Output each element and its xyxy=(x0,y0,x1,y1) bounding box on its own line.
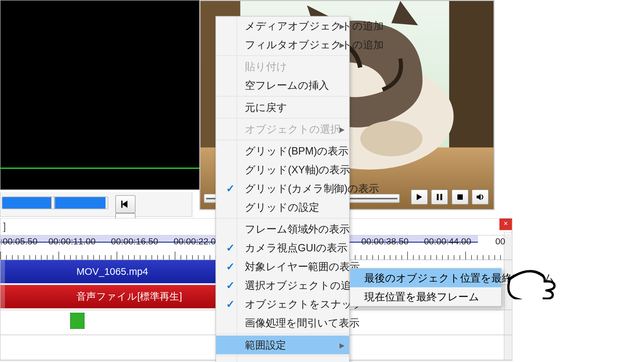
pause-button[interactable] xyxy=(431,189,448,204)
ruler-label: 00:00:11.00 xyxy=(48,236,96,247)
mute-button[interactable] xyxy=(472,189,489,204)
svg-rect-1 xyxy=(121,201,122,208)
context-submenu: 最後のオブジェクト位置を最終フレーム現在位置を最終フレーム xyxy=(350,268,501,307)
svg-marker-14 xyxy=(417,194,422,200)
svg-marker-0 xyxy=(122,201,127,208)
ruler-label: 00:00:22.00 xyxy=(173,236,221,247)
context-menu-item[interactable]: ✓対象レイヤー範囲の表示 xyxy=(216,257,349,276)
pointing-hand-icon xyxy=(505,263,559,301)
context-submenu-item[interactable]: 現在位置を最終フレーム xyxy=(350,287,501,306)
svg-rect-15 xyxy=(437,194,438,200)
close-button[interactable]: × xyxy=(499,219,512,230)
context-menu-item[interactable]: フィルタオブジェクトの追加▸ xyxy=(216,35,349,54)
context-menu-item[interactable]: ✓カメラ視点GUIの表示 xyxy=(216,239,349,257)
ruler-label: 00:00:38.50 xyxy=(361,236,409,247)
context-menu-item[interactable]: 範囲設定▸ xyxy=(216,336,349,354)
ruler-label: 00:00:44.00 xyxy=(424,236,471,247)
ruler-label: 00:00:16.50 xyxy=(111,236,158,247)
context-menu-item[interactable]: メディアオブジェクトの追加▸ xyxy=(216,16,349,35)
scene-marker[interactable] xyxy=(70,313,85,329)
context-menu-item[interactable]: 画像処理を間引いて表示 xyxy=(216,314,349,333)
context-menu-item[interactable]: ファイル▸ xyxy=(216,357,349,362)
svg-rect-16 xyxy=(440,194,442,200)
context-menu-item[interactable]: ✓オブジェクトをスナップ xyxy=(216,295,349,314)
context-menu-item[interactable]: グリッド(XY軸)の表示 xyxy=(216,161,349,179)
ruler-label: 00:00:05.50 xyxy=(0,236,38,247)
stop-button[interactable] xyxy=(451,189,469,204)
ruler-label: 00 xyxy=(495,236,505,247)
clip-label: MOV_1065.mp4 xyxy=(76,266,148,277)
svg-marker-18 xyxy=(477,194,481,200)
context-menu-item[interactable]: 空フレームの挿入 xyxy=(216,76,349,95)
prev-frame-button[interactable] xyxy=(115,195,136,213)
context-menu: メディアオブジェクトの追加▸フィルタオブジェクトの追加▸貼り付け空フレームの挿入… xyxy=(216,16,350,362)
context-menu-item[interactable]: フレーム領域外の表示 xyxy=(216,220,349,239)
context-menu-item[interactable]: 元に戻す xyxy=(216,98,349,117)
context-menu-item: 貼り付け xyxy=(216,57,349,76)
svg-point-13 xyxy=(360,121,422,156)
context-menu-item[interactable]: グリッド(BPM)の表示 xyxy=(216,142,349,161)
context-menu-item: オブジェクトの選択▸ xyxy=(216,120,349,138)
context-menu-item[interactable]: ✓グリッド(カメラ制御)の表示 xyxy=(216,179,349,198)
context-submenu-item[interactable]: 最後のオブジェクト位置を最終フレーム xyxy=(350,268,501,287)
svg-rect-17 xyxy=(457,194,463,200)
clip-label: 音声ファイル[標準再生] xyxy=(76,291,182,302)
left-scrub-bar[interactable] xyxy=(2,197,108,209)
context-menu-item[interactable]: グリッドの設定 xyxy=(216,198,349,217)
context-menu-item[interactable]: ✓選択オブジェクトの追従 xyxy=(216,276,349,295)
play-button[interactable] xyxy=(411,189,428,204)
